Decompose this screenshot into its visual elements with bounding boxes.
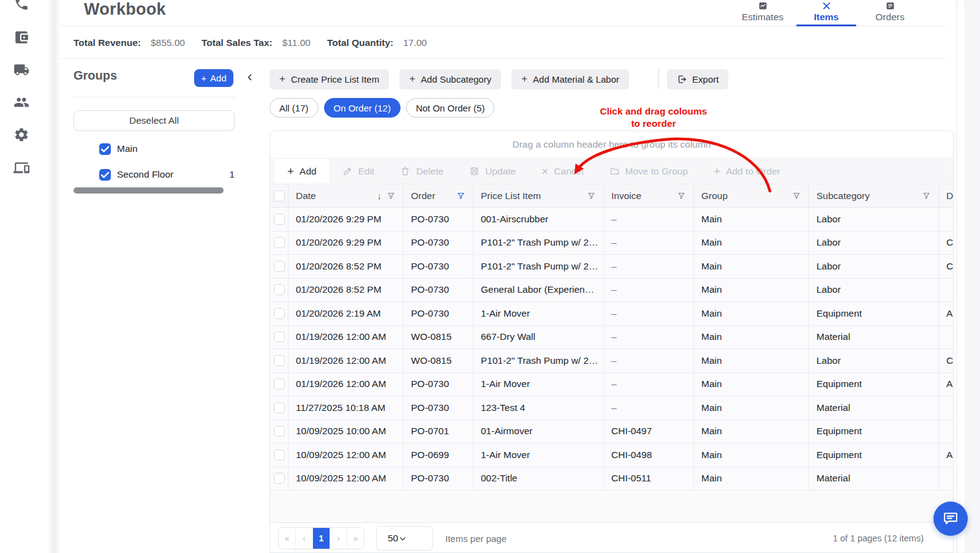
tab-orders[interactable]: Orders bbox=[858, 0, 922, 26]
cell-date: 10/09/2025 12:00 AM bbox=[288, 467, 404, 491]
table-row[interactable]: 01/20/2026 8:52 PMPO-0730P101-2" Trash P… bbox=[270, 255, 953, 279]
column-header-group[interactable]: Group bbox=[694, 184, 809, 207]
group-label: Second Floor bbox=[117, 169, 173, 180]
row-checkbox-cell bbox=[270, 443, 288, 467]
table-row[interactable]: 01/19/2026 12:00 AMPO-07301-Air Mover–Ma… bbox=[270, 373, 953, 397]
cell-order: PO-0701 bbox=[404, 420, 473, 443]
table-row[interactable]: 01/19/2026 12:00 AMWO-0815667-Dry Wall–M… bbox=[270, 326, 953, 350]
column-header-date[interactable]: Date↓ bbox=[288, 184, 404, 207]
page-scrollbar[interactable] bbox=[957, 0, 965, 553]
cell-group: Main bbox=[694, 467, 809, 491]
row-checkbox[interactable] bbox=[274, 402, 285, 413]
row-checkbox[interactable] bbox=[274, 308, 285, 319]
row-checkbox[interactable] bbox=[274, 261, 285, 272]
sidebar-scrollbar[interactable] bbox=[48, 0, 60, 553]
grid-toolbar-add[interactable]: +Add bbox=[274, 159, 330, 184]
first-page-button[interactable]: « bbox=[279, 528, 296, 549]
nav-sidebar bbox=[0, 0, 48, 553]
cell-invoice: – bbox=[604, 349, 694, 372]
row-checkbox[interactable] bbox=[274, 331, 285, 342]
table-row[interactable]: 01/20/2026 8:52 PMPO-0730General Labor (… bbox=[270, 279, 953, 303]
add-material-labor-button[interactable]: + Add Material & Labor bbox=[511, 69, 629, 89]
column-header-order[interactable]: Order bbox=[404, 184, 473, 207]
row-checkbox[interactable] bbox=[274, 450, 285, 461]
row-checkbox-cell bbox=[270, 349, 288, 372]
column-name: Subcategory bbox=[816, 190, 870, 201]
cell-d: C bbox=[939, 231, 954, 255]
tab-estimates[interactable]: Estimates bbox=[731, 0, 794, 26]
filter-pill-not[interactable]: Not On Order (5) bbox=[406, 98, 495, 118]
cell-date: 01/19/2026 12:00 AM bbox=[288, 373, 404, 396]
row-checkbox[interactable] bbox=[274, 378, 285, 389]
filter-funnel-icon[interactable] bbox=[792, 191, 801, 200]
devices-icon[interactable] bbox=[13, 160, 29, 176]
filter-funnel-icon[interactable] bbox=[677, 191, 686, 200]
phone-icon[interactable] bbox=[13, 0, 29, 12]
cell-group: Main bbox=[694, 279, 809, 302]
cell-group: Main bbox=[694, 420, 809, 443]
truck-icon[interactable] bbox=[13, 62, 29, 78]
table-row[interactable]: 10/09/2025 12:00 AMPO-0730002-TitleCHI-0… bbox=[270, 467, 953, 491]
group-checkbox[interactable] bbox=[99, 169, 111, 181]
grid-toolbar-add-to-order: +Add to Order bbox=[701, 159, 793, 184]
pencil-icon bbox=[342, 166, 353, 176]
page-size-select[interactable]: 50 bbox=[376, 526, 433, 551]
cell-invoice: CHI-0497 bbox=[604, 420, 694, 443]
estimates-icon bbox=[758, 1, 767, 10]
column-header-invoice[interactable]: Invoice bbox=[604, 184, 694, 207]
page-1-button[interactable]: 1 bbox=[313, 528, 330, 549]
column-header-price-list-item[interactable]: Price List Item bbox=[473, 184, 604, 207]
create-price-list-item-button[interactable]: + Create Price List Item bbox=[270, 69, 389, 89]
cell-subcategory: Equipment bbox=[809, 302, 939, 325]
group-by-hint[interactable]: Drag a column header here to group its c… bbox=[270, 131, 953, 159]
export-button[interactable]: Export bbox=[667, 69, 728, 89]
header-checkbox-cell bbox=[270, 184, 288, 207]
filter-funnel-icon[interactable] bbox=[587, 191, 596, 200]
cell-item: 01-Airmover bbox=[473, 420, 604, 443]
column-name: Order bbox=[411, 190, 435, 201]
sort-desc-icon[interactable]: ↓ bbox=[377, 190, 382, 201]
filter-pill-on[interactable]: On Order (12) bbox=[324, 98, 401, 118]
row-checkbox-cell bbox=[270, 208, 288, 231]
tab-items[interactable]: Items bbox=[794, 0, 858, 26]
table-row[interactable]: 10/09/2025 12:00 AMPO-06991-Air MoverCHI… bbox=[270, 443, 953, 467]
people-icon[interactable] bbox=[13, 94, 29, 110]
row-checkbox-cell bbox=[270, 326, 288, 349]
row-checkbox[interactable] bbox=[274, 473, 285, 484]
column-header-subcategory[interactable]: Subcategory bbox=[809, 184, 939, 207]
row-checkbox[interactable] bbox=[274, 426, 285, 437]
filter-funnel-icon[interactable] bbox=[386, 191, 396, 200]
filter-pills: All (17)On Order (12)Not On Order (5) bbox=[270, 98, 494, 118]
groups-scrollbar[interactable] bbox=[74, 187, 224, 194]
next-page-button[interactable]: › bbox=[330, 528, 347, 549]
table-row[interactable]: 01/20/2026 9:29 PMPO-0730001-Airscrubber… bbox=[270, 208, 953, 231]
cell-d bbox=[939, 279, 954, 302]
last-page-button[interactable]: » bbox=[347, 528, 364, 549]
add-subcategory-button[interactable]: + Add Subcategory bbox=[399, 69, 501, 89]
prev-page-button[interactable]: ‹ bbox=[296, 528, 313, 549]
row-checkbox[interactable] bbox=[274, 237, 285, 248]
row-checkbox[interactable] bbox=[274, 214, 285, 225]
group-checkbox[interactable] bbox=[99, 143, 111, 155]
wallet-icon[interactable] bbox=[13, 29, 29, 45]
table-row[interactable]: 10/09/2025 10:00 AMPO-070101-AirmoverCHI… bbox=[270, 420, 953, 444]
table-row[interactable]: 01/20/2026 9:29 PMPO-0730P101-2" Trash P… bbox=[270, 231, 953, 255]
table-row[interactable]: 11/27/2025 10:18 AMPO-0730123-Test 4–Mai… bbox=[270, 396, 953, 420]
select-all-checkbox[interactable] bbox=[274, 190, 285, 201]
filter-funnel-icon[interactable] bbox=[456, 191, 466, 200]
table-row[interactable]: 01/20/2026 2:19 AMPO-07301-Air Mover–Mai… bbox=[270, 302, 953, 326]
deselect-all-button[interactable]: Deselect All bbox=[74, 110, 235, 131]
collapse-panel-icon[interactable]: ‹ bbox=[247, 69, 252, 85]
chat-fab-button[interactable] bbox=[933, 502, 968, 536]
row-checkbox[interactable] bbox=[274, 355, 285, 366]
cell-d bbox=[939, 467, 954, 491]
table-row[interactable]: 01/19/2026 12:00 AMWO-0815P101-2" Trash … bbox=[270, 349, 953, 373]
row-checkbox[interactable] bbox=[274, 284, 285, 295]
column-name: Group bbox=[701, 190, 728, 201]
cell-item: General Labor (Experien… bbox=[473, 279, 604, 302]
gear-icon[interactable] bbox=[13, 127, 29, 143]
filter-pill-all[interactable]: All (17) bbox=[270, 98, 318, 118]
groups-add-button[interactable]: + Add bbox=[194, 69, 233, 87]
filter-funnel-icon[interactable] bbox=[922, 191, 931, 200]
column-header-d[interactable]: D bbox=[939, 184, 954, 207]
